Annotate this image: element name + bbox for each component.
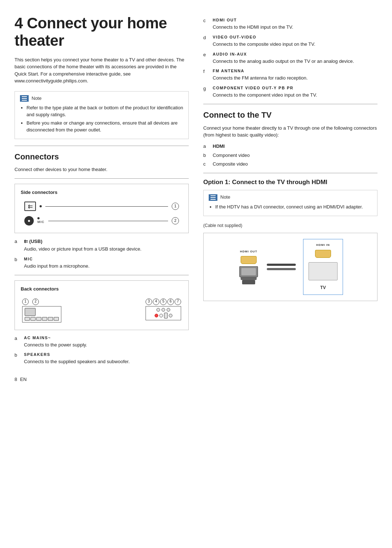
tv-label: TV	[320, 285, 326, 291]
option-letter-c: c	[203, 161, 208, 168]
back-num-2: 2	[32, 299, 39, 305]
divider-2	[15, 178, 189, 179]
right-letter-g: g	[203, 85, 208, 92]
back-top-numbers-37: 3 4 5 6 7	[146, 299, 181, 305]
back-item-a: a AC MAINS~ Connects to the power supply…	[15, 335, 189, 349]
right-item-e: e AUDIO IN-AUX Connects to the analog au…	[203, 52, 377, 65]
right-item-d: d VIDEO OUT-VIDEO Connects to the compos…	[203, 34, 377, 48]
side-content-b: MIC Audio input from a microphone.	[24, 256, 189, 270]
back-title-b: SPEAKERS	[24, 352, 189, 358]
right-content-g: COMPONENT VIDEO OUT-Y Pb Pr Connects to …	[213, 85, 377, 99]
back-num-5: 5	[160, 299, 167, 305]
right-title-e: AUDIO IN-AUX	[213, 52, 377, 57]
right-item-g: g COMPONENT VIDEO OUT-Y Pb Pr Connects t…	[203, 85, 377, 99]
connect-tv-options: a HDMI b Component video c Composite vid…	[203, 143, 377, 168]
back-ports-row2	[155, 313, 172, 318]
usb-connector-row: ⇇ 1	[24, 202, 179, 211]
port-r2	[162, 308, 165, 312]
page-lang: EN	[20, 376, 26, 383]
mic-symbol: ●	[28, 218, 30, 224]
speaker-ports	[25, 317, 59, 321]
connectors-subtext: Connect other devices to your home theat…	[15, 166, 189, 173]
back-connector-block-37	[146, 306, 181, 320]
usb-dot	[40, 205, 42, 207]
hdmi-in-port	[315, 250, 331, 258]
back-num-1: 1	[22, 299, 29, 305]
connect-tv-option-c: c Composite video	[203, 161, 377, 168]
option1-note-header: Note	[209, 194, 372, 201]
usb-icon: ⇇	[24, 202, 36, 211]
side-letter-b: b	[15, 256, 20, 263]
side-connectors-title: Side connectors	[21, 189, 183, 196]
back-num-4: 4	[153, 299, 159, 305]
hdmi-out-label: HDMI OUT	[240, 249, 257, 254]
option-letter-b: b	[203, 152, 208, 159]
port-2	[30, 317, 36, 321]
side-connectors-box: Side connectors ⇇ 1 ●	[15, 184, 189, 234]
right-column: c HDMI OUT Connects to the HDMI input on…	[203, 15, 377, 301]
usb-line	[45, 206, 168, 207]
right-content-d: VIDEO OUT-VIDEO Connects to the composit…	[213, 34, 377, 48]
right-letter-d: d	[203, 34, 208, 41]
option-text-a: HDMI	[213, 143, 225, 150]
connect-tv-option-a: a HDMI	[203, 143, 377, 150]
side-title-a: ⇇ (USB)	[24, 238, 189, 245]
right-item-c: c HDMI OUT Connects to the HDMI input on…	[203, 17, 377, 31]
right-title-d: VIDEO OUT-VIDEO	[213, 34, 377, 40]
svg-rect-1	[241, 268, 256, 275]
back-connector-block-12	[22, 306, 61, 322]
note-list: Refer to the type plate at the back or b…	[20, 105, 183, 133]
side-desc-a: Audio, video or picture input from a USB…	[24, 246, 189, 253]
option1-note-box: Note If the HDTV has a DVI connector, co…	[203, 190, 377, 216]
power-port	[25, 308, 36, 316]
connect-tv-heading: Connect to the TV	[203, 109, 377, 121]
usb-symbol: ⇇	[28, 202, 33, 211]
note-icon-line3	[22, 100, 27, 101]
side-item-a: a ⇇ (USB) Audio, video or picture input …	[15, 238, 189, 253]
note-item-1: Refer to the type plate at the back or b…	[26, 105, 183, 118]
port-r3	[167, 308, 170, 312]
side-content-a: ⇇ (USB) Audio, video or picture input fr…	[24, 238, 189, 253]
back-item-list: a AC MAINS~ Connects to the power supply…	[15, 335, 189, 366]
option1-note-line1	[211, 195, 216, 196]
hdmi-connector-svg	[238, 266, 260, 284]
back-desc-b: Connects to the supplied speakers and su…	[24, 358, 189, 365]
mic-dot	[37, 217, 40, 219]
back-num-6: 6	[167, 299, 174, 305]
port-rect	[164, 313, 168, 318]
divider-3	[15, 275, 189, 275]
option-letter-a: a	[203, 143, 208, 150]
back-letter-b: b	[15, 352, 20, 359]
back-connectors-box: Back connectors 1 2	[15, 280, 189, 330]
side-item-list: a ⇇ (USB) Audio, video or picture input …	[15, 238, 189, 269]
note-header: Note	[20, 95, 183, 102]
page-title: 4 Connect your home theater	[15, 15, 189, 50]
left-column: 4 Connect your home theater This section…	[15, 15, 189, 383]
port-6	[54, 317, 59, 321]
divider-1	[15, 146, 189, 146]
note-icon	[20, 95, 29, 102]
port-3	[36, 317, 41, 321]
back-content-b: SPEAKERS Connects to the supplied speake…	[24, 352, 189, 365]
option1-heading: Option 1: Connect to the TV through HDMI	[203, 178, 377, 186]
right-content-c: HDMI OUT Connects to the HDMI input on t…	[213, 17, 377, 31]
mic-connector-row: ● MIC 2	[24, 216, 179, 226]
note-icon-line1	[22, 96, 27, 97]
right-letter-c: c	[203, 17, 208, 24]
right-desc-e: Connects to the analog audio output on t…	[213, 58, 377, 65]
right-desc-c: Connects to the HDMI input on the TV.	[213, 24, 377, 31]
hdmi-diagram: HDMI OUT HDMI IN TV	[203, 233, 377, 301]
side-desc-b: Audio input from a microphone.	[24, 263, 189, 270]
option1-note-list: If the HDTV has a DVI connector, connect…	[209, 204, 372, 211]
connector-num-1: 1	[172, 203, 179, 210]
port-1	[25, 317, 30, 321]
back-ports-row1	[156, 308, 170, 312]
note-box: Note Refer to the type plate at the back…	[15, 91, 189, 139]
port-r5	[159, 314, 163, 317]
mic-line	[48, 221, 168, 221]
cable-bottom	[267, 268, 296, 270]
back-item-b: b SPEAKERS Connects to the supplied spea…	[15, 352, 189, 365]
port-r6	[169, 314, 172, 317]
svg-rect-3	[242, 280, 255, 284]
divider-right-2	[203, 173, 377, 173]
